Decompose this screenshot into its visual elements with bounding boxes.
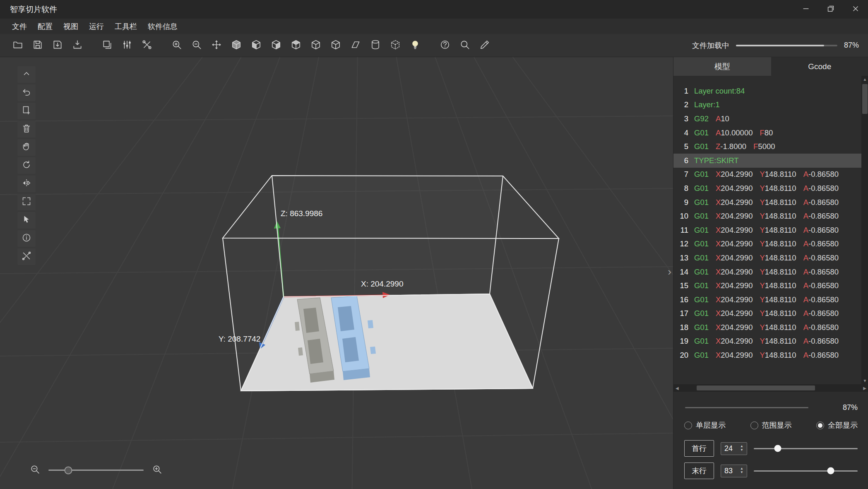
gcode-line[interactable]: 6TYPE:SKIRT: [673, 154, 861, 168]
gcode-line[interactable]: 14G01X204.2990Y148.8110A-0.86580: [673, 265, 861, 279]
menu-item-4[interactable]: 运行: [84, 19, 109, 34]
scroll-up-icon[interactable]: ▲: [863, 77, 867, 82]
zoom-slider[interactable]: [48, 470, 144, 471]
cube-front-button[interactable]: [228, 37, 245, 54]
last-line-slider-thumb[interactable]: [827, 467, 834, 475]
horizontal-scrollbar-thumb[interactable]: [697, 385, 815, 390]
display-mode-3[interactable]: 全部显示: [816, 420, 858, 430]
rotate-button[interactable]: [17, 157, 36, 174]
radio-icon[interactable]: [684, 422, 692, 429]
gcode-line[interactable]: 4G01A10.00000F80: [673, 126, 861, 140]
cube-iso-button[interactable]: [327, 37, 344, 54]
gcode-line[interactable]: 16G01X204.2990Y148.8110A-0.86580: [673, 293, 861, 307]
repair-button[interactable]: [138, 37, 156, 54]
maximize-button[interactable]: [818, 0, 843, 19]
adjust-button[interactable]: [118, 37, 136, 54]
chevron-up-button[interactable]: [17, 66, 36, 83]
gcode-vertical-scrollbar[interactable]: ▲ ▼: [861, 76, 868, 384]
folder-open-button[interactable]: [9, 37, 26, 54]
cube-left-button[interactable]: [248, 37, 265, 54]
gcode-line[interactable]: 17G01X204.2990Y148.8110A-0.86580: [673, 307, 861, 321]
radio-icon[interactable]: [750, 422, 758, 429]
display-mode-2[interactable]: 范围显示: [750, 420, 792, 430]
mirror-button[interactable]: [17, 176, 36, 192]
pan-button[interactable]: [17, 139, 36, 156]
move-button[interactable]: [208, 37, 225, 54]
zoom-slider-thumb[interactable]: [65, 466, 72, 474]
vertical-scrollbar-thumb[interactable]: [862, 84, 868, 114]
first-line-slider[interactable]: [754, 448, 858, 449]
import-button[interactable]: [69, 37, 86, 54]
gcode-line[interactable]: 3G92A10: [673, 112, 861, 126]
menu-item-2[interactable]: 配置: [32, 19, 58, 34]
menu-item-5[interactable]: 工具栏: [109, 19, 142, 34]
gcode-line[interactable]: 2Layer:1: [673, 98, 861, 112]
gcode-line[interactable]: 11G01X204.2990Y148.8110A-0.86580: [673, 223, 861, 237]
first-line-spinner[interactable]: 24 ▲ ▼: [721, 442, 747, 455]
cylinder-button[interactable]: [367, 37, 384, 54]
spinner-arrows[interactable]: ▲ ▼: [740, 467, 743, 475]
repair-model-button[interactable]: [17, 248, 36, 265]
save-button[interactable]: [29, 37, 46, 54]
cube-back-button[interactable]: [307, 37, 325, 54]
tab-gcode[interactable]: Gcode: [771, 57, 868, 76]
gcode-line[interactable]: 7G01X204.2990Y148.8110A-0.86580: [673, 168, 861, 182]
search-button[interactable]: [456, 37, 474, 54]
gcode-list[interactable]: 1Layer count:842Layer:13G92A104G01A10.00…: [673, 76, 861, 384]
gcode-line[interactable]: 8G01X204.2990Y148.8110A-0.86580: [673, 181, 861, 195]
minimize-button[interactable]: [793, 0, 818, 19]
gcode-line[interactable]: 15G01X204.2990Y148.8110A-0.86580: [673, 279, 861, 293]
gcode-line[interactable]: 5G01Z-1.8000F5000: [673, 140, 861, 154]
first-line-button[interactable]: 首行: [684, 440, 714, 457]
gcode-line[interactable]: 13G01X204.2990Y148.8110A-0.86580: [673, 251, 861, 265]
menu-item-1[interactable]: 文件: [7, 19, 32, 34]
cube-right-button[interactable]: [267, 37, 285, 54]
cube-dotted-button[interactable]: [387, 37, 404, 54]
gcode-line[interactable]: 10G01X204.2990Y148.8110A-0.86580: [673, 209, 861, 223]
save-as-button[interactable]: [49, 37, 66, 54]
lightbulb-button[interactable]: [406, 37, 424, 54]
zoom-in-button[interactable]: [168, 37, 185, 54]
undo-button[interactable]: [17, 84, 36, 101]
menu-item-6[interactable]: 软件信息: [142, 19, 183, 34]
gcode-token: Y148.8110: [760, 281, 796, 290]
face-angle-button[interactable]: [347, 37, 364, 54]
gcode-line[interactable]: 18G01X204.2990Y148.8110A-0.86580: [673, 320, 861, 335]
zoom-in-icon[interactable]: [152, 464, 162, 476]
select-button[interactable]: [17, 212, 36, 229]
info-button[interactable]: [17, 230, 36, 247]
panel-collapse-chevron[interactable]: ›: [668, 266, 671, 277]
viewport-scene[interactable]: Z: 863.9986 X: 204.2990 Y: 208.7742: [0, 57, 673, 489]
gcode-line[interactable]: 19G01X204.2990Y148.8110A-0.86580: [673, 335, 861, 349]
add-model-button[interactable]: [17, 103, 36, 119]
scroll-left-icon[interactable]: ◀: [676, 386, 679, 390]
last-line-spinner[interactable]: 83 ▲ ▼: [721, 465, 747, 477]
fit-view-button[interactable]: [17, 194, 36, 210]
zoom-out-button[interactable]: [188, 37, 205, 54]
gcode-line[interactable]: 9G01X204.2990Y148.8110A-0.86580: [673, 195, 861, 210]
scroll-right-icon[interactable]: ▶: [863, 386, 866, 390]
spin-down-icon[interactable]: ▼: [740, 448, 743, 452]
last-line-button[interactable]: 末行: [684, 463, 714, 479]
scroll-down-icon[interactable]: ▼: [863, 378, 867, 383]
delete-button[interactable]: [17, 121, 36, 137]
tab-model[interactable]: 模型: [673, 57, 771, 76]
gcode-line[interactable]: 1Layer count:84: [673, 84, 861, 98]
gcode-horizontal-scrollbar[interactable]: ◀ ▶: [673, 384, 868, 392]
last-line-slider[interactable]: [754, 470, 858, 472]
menu-item-3[interactable]: 视图: [58, 19, 84, 34]
draw-button[interactable]: [476, 37, 493, 54]
zoom-out-icon[interactable]: [30, 464, 40, 476]
gcode-line[interactable]: 12G01X204.2990Y148.8110A-0.86580: [673, 237, 861, 251]
help-button[interactable]: [436, 37, 454, 54]
gcode-line[interactable]: 20G01X204.2990Y148.8110A-0.86580: [673, 348, 861, 362]
cube-top-button[interactable]: [287, 37, 305, 54]
viewport-3d[interactable]: Z: 863.9986 X: 204.2990 Y: 208.7742 ›: [0, 57, 673, 489]
copy-button[interactable]: [99, 37, 116, 54]
radio-icon[interactable]: [816, 422, 824, 429]
first-line-slider-thumb[interactable]: [774, 445, 781, 452]
spin-down-icon[interactable]: ▼: [740, 471, 743, 475]
close-button[interactable]: [843, 0, 868, 19]
display-mode-1[interactable]: 单层显示: [684, 420, 726, 430]
spinner-arrows[interactable]: ▲ ▼: [740, 445, 743, 452]
